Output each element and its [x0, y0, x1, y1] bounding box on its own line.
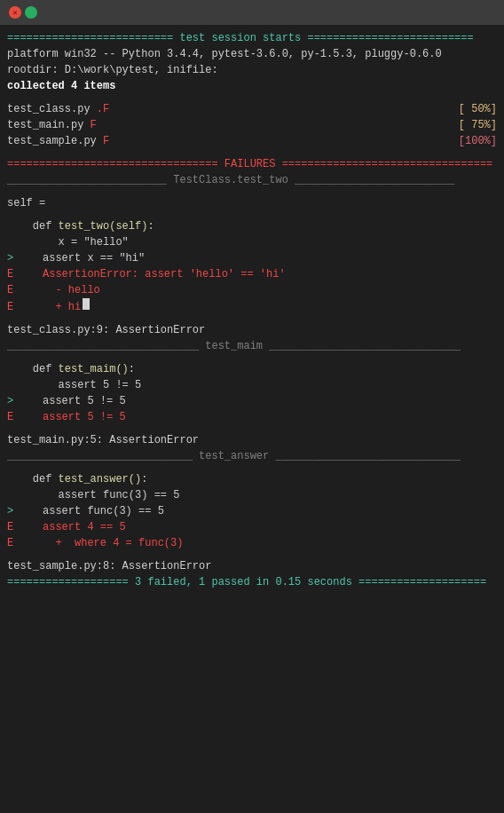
- terminal-line: =================== 3 failed, 1 passed i…: [7, 574, 497, 590]
- terminal-line: platform win32 -- Python 3.4.4, pytest-3…: [7, 46, 497, 62]
- terminal-line: def test_maim():: [7, 361, 497, 377]
- terminal-line: test_class.py:9: AssertionError: [7, 322, 497, 338]
- terminal-line: _________________________ TestClass.test…: [7, 172, 497, 188]
- terminal-line: test_main.py F[ 75%]: [7, 117, 497, 133]
- terminal-line: test_sample.py:8: AssertionError: [7, 558, 497, 574]
- terminal-line: x = "hello": [7, 234, 497, 250]
- terminal-line: E assert 5 != 5: [7, 409, 497, 425]
- terminal-line: assert 5 != 5: [7, 377, 497, 393]
- terminal-line: > assert 5 != 5: [7, 393, 497, 409]
- blank-line: [7, 188, 497, 195]
- blank-line: [7, 149, 497, 156]
- blank-line: [7, 464, 497, 471]
- terminal-line: rootdir: D:\work\pytest, inifile:: [7, 62, 497, 78]
- blank-line: [7, 425, 497, 432]
- terminal-line: E - hello: [7, 282, 497, 298]
- blank-line: [7, 354, 497, 361]
- terminal-line: def test_two(self):: [7, 218, 497, 234]
- terminal-line: assert func(3) == 5: [7, 487, 497, 503]
- terminal-line: E assert 4 == 5: [7, 519, 497, 535]
- terminal-line: ========================== test session …: [7, 30, 497, 46]
- terminal-line: _____________________________ test_answe…: [7, 448, 497, 464]
- blank-line: [7, 315, 497, 322]
- blank-line: [7, 551, 497, 558]
- terminal-line: E + hi: [7, 298, 497, 315]
- terminal-line: def test_answer():: [7, 471, 497, 487]
- terminal-body[interactable]: ========================== test session …: [0, 25, 504, 813]
- terminal-line: test_sample.py F[100%]: [7, 133, 497, 149]
- terminal-line: test_class.py .F[ 50%]: [7, 101, 497, 117]
- terminal-line: ______________________________ test_maim…: [7, 338, 497, 354]
- blank-line: [7, 94, 497, 101]
- blank-line: [7, 211, 497, 218]
- close-button[interactable]: ✕: [9, 6, 21, 19]
- window-controls: ✕: [9, 6, 37, 19]
- minimize-button[interactable]: [25, 6, 37, 19]
- terminal-line: collected 4 items: [7, 78, 497, 94]
- terminal-line: > assert x == "hi": [7, 250, 497, 266]
- terminal-line: test_main.py:5: AssertionError: [7, 432, 497, 448]
- terminal-line: ================================= FAILUR…: [7, 156, 497, 172]
- terminal-line: E + where 4 = func(3): [7, 535, 497, 551]
- terminal-line: self =: [7, 195, 497, 211]
- terminal-line: E AssertionError: assert 'hello' == 'hi': [7, 266, 497, 282]
- title-bar: ✕: [0, 0, 504, 25]
- terminal-line: > assert func(3) == 5: [7, 503, 497, 519]
